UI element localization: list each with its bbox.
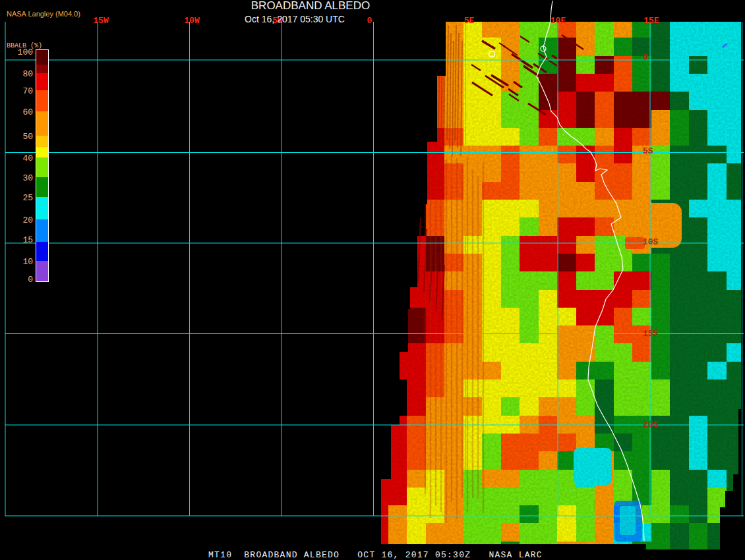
svg-text:50: 50 (22, 132, 33, 142)
svg-text:NASA Langley (M04.0): NASA Langley (M04.0) (7, 10, 80, 18)
svg-text:15: 15 (22, 235, 33, 245)
svg-text:25: 25 (22, 193, 33, 203)
svg-text:10S: 10S (643, 237, 659, 247)
svg-text:15W: 15W (93, 16, 109, 26)
svg-text:5S: 5S (643, 146, 653, 156)
svg-text:BROADBAND ALBEDO: BROADBAND ALBEDO (251, 0, 370, 12)
svg-text:70: 70 (22, 86, 33, 96)
svg-text:30: 30 (22, 173, 33, 183)
svg-text:0: 0 (28, 275, 33, 285)
svg-text:10W: 10W (184, 16, 200, 26)
svg-text:100: 100 (18, 47, 33, 57)
svg-text:10: 10 (22, 257, 33, 267)
svg-text:0: 0 (367, 16, 372, 26)
svg-text:80: 80 (22, 69, 33, 79)
svg-text:60: 60 (22, 107, 33, 117)
svg-text:20: 20 (22, 215, 33, 225)
svg-text:15S: 15S (643, 329, 659, 339)
svg-text:0: 0 (643, 53, 648, 63)
svg-text:20S: 20S (643, 420, 659, 430)
svg-text:40: 40 (22, 154, 33, 163)
svg-text:MT10 BROADBAND ALBEDO OCT 1: MT10 BROADBAND ALBEDO OCT 16, 2017 05:30… (208, 550, 543, 560)
svg-text:Oct 16, 2017 05:30 UTC: Oct 16, 2017 05:30 UTC (245, 14, 345, 24)
svg-text:10E: 10E (551, 16, 566, 26)
svg-text:5E: 5E (464, 16, 475, 26)
svg-text:15E: 15E (643, 16, 659, 26)
